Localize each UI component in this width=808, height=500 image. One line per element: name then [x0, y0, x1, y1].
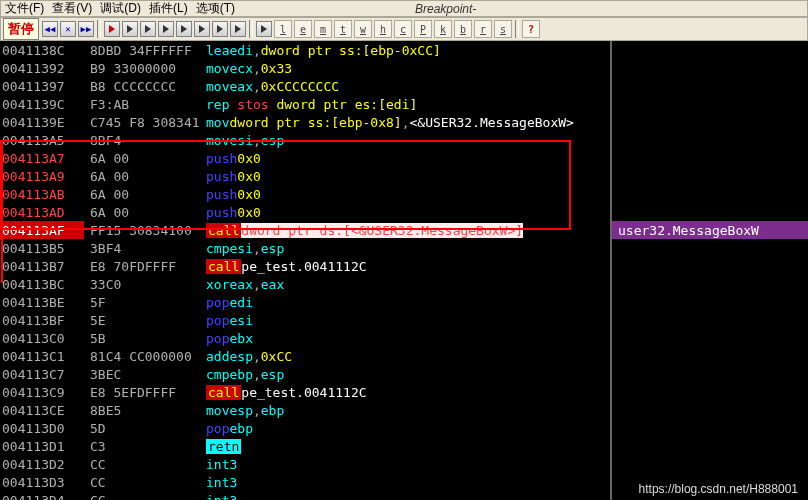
toolbar-button[interactable]	[140, 21, 156, 37]
disasm-cell[interactable]: pop esi	[202, 311, 610, 329]
bytes-cell[interactable]: 6A 00	[84, 203, 202, 221]
disasm-cell[interactable]: push 0x0	[202, 149, 610, 167]
disasm-cell[interactable]: pop ebx	[202, 329, 610, 347]
toolbar-button[interactable]	[230, 21, 246, 37]
bytes-cell[interactable]: B8 CCCCCCCC	[84, 77, 202, 95]
address-cell[interactable]: 004113A9	[0, 167, 84, 185]
disasm-cell[interactable]: call dword ptr ds:[<&USER32.MessageBoxW>…	[202, 221, 610, 239]
comment-cell[interactable]	[612, 203, 808, 221]
disasm-cell[interactable]: cmp esi,esp	[202, 239, 610, 257]
address-cell[interactable]: 004113D0	[0, 419, 84, 437]
address-cell[interactable]: 004113BE	[0, 293, 84, 311]
comment-cell[interactable]	[612, 77, 808, 95]
bytes-cell[interactable]: 3BEC	[84, 365, 202, 383]
disasm-cell[interactable]: push 0x0	[202, 185, 610, 203]
address-cell[interactable]: 004113AB	[0, 185, 84, 203]
comment-cell[interactable]	[612, 239, 808, 257]
view-button-s[interactable]: s	[494, 20, 512, 38]
address-cell[interactable]: 004113D4	[0, 491, 84, 500]
comment-cell[interactable]	[612, 455, 808, 473]
toolbar-button[interactable]: ◀◀	[42, 21, 58, 37]
address-cell[interactable]: 004113AD	[0, 203, 84, 221]
address-cell[interactable]: 004113A5	[0, 131, 84, 149]
bytes-cell[interactable]: 6A 00	[84, 167, 202, 185]
menu-view[interactable]: 查看(V)	[52, 0, 92, 17]
comment-cell[interactable]	[612, 419, 808, 437]
disasm-cell[interactable]: pop edi	[202, 293, 610, 311]
comment-cell[interactable]	[612, 293, 808, 311]
bytes-cell[interactable]: 5D	[84, 419, 202, 437]
toolbar-button[interactable]	[104, 21, 120, 37]
view-button-m[interactable]: m	[314, 20, 332, 38]
bytes-cell[interactable]: FF15 30834100	[84, 221, 202, 239]
address-cell[interactable]: 004113AF	[0, 221, 84, 239]
comment-cell[interactable]	[612, 347, 808, 365]
comment-cell[interactable]	[612, 95, 808, 113]
disasm-cell[interactable]: rep stos dword ptr es:[edi]	[202, 95, 610, 113]
view-button-l[interactable]: l	[274, 20, 292, 38]
toolbar-button[interactable]	[256, 21, 272, 37]
address-cell[interactable]: 0041139E	[0, 113, 84, 131]
disasm-cell[interactable]: int3	[202, 473, 610, 491]
comment-cell[interactable]	[612, 329, 808, 347]
bytes-cell[interactable]: 5F	[84, 293, 202, 311]
address-cell[interactable]: 004113B7	[0, 257, 84, 275]
disasm-cell[interactable]: push 0x0	[202, 203, 610, 221]
bytes-cell[interactable]: B9 33000000	[84, 59, 202, 77]
bytes-cell[interactable]: 8BF4	[84, 131, 202, 149]
toolbar-button[interactable]	[212, 21, 228, 37]
bytes-cell[interactable]: CC	[84, 491, 202, 500]
toolbar-button[interactable]	[158, 21, 174, 37]
menu-file[interactable]: 文件(F)	[5, 0, 44, 17]
view-button-t[interactable]: t	[334, 20, 352, 38]
comment-cell[interactable]	[612, 383, 808, 401]
comment-cell[interactable]	[612, 401, 808, 419]
address-cell[interactable]: 004113CE	[0, 401, 84, 419]
disasm-cell[interactable]: mov esp,ebp	[202, 401, 610, 419]
address-cell[interactable]: 004113D2	[0, 455, 84, 473]
disasm-cell[interactable]: lea edi,dword ptr ss:[ebp-0xCC]	[202, 41, 610, 59]
address-cell[interactable]: 00411397	[0, 77, 84, 95]
comment-cell[interactable]	[612, 167, 808, 185]
address-cell[interactable]: 004113C1	[0, 347, 84, 365]
comment-cell[interactable]	[612, 275, 808, 293]
address-cell[interactable]: 004113C9	[0, 383, 84, 401]
toolbar-button[interactable]	[194, 21, 210, 37]
disasm-cell[interactable]: cmp ebp,esp	[202, 365, 610, 383]
bytes-cell[interactable]: 8BE5	[84, 401, 202, 419]
comment-cell[interactable]	[612, 257, 808, 275]
disasm-cell[interactable]: push 0x0	[202, 167, 610, 185]
disasm-cell[interactable]: retn	[202, 437, 610, 455]
address-cell[interactable]: 004113BF	[0, 311, 84, 329]
bytes-cell[interactable]: 8DBD 34FFFFFF	[84, 41, 202, 59]
disasm-cell[interactable]: mov esi,esp	[202, 131, 610, 149]
bytes-cell[interactable]: CC	[84, 455, 202, 473]
bytes-cell[interactable]: 81C4 CC000000	[84, 347, 202, 365]
view-button-c[interactable]: c	[394, 20, 412, 38]
view-button-e[interactable]: e	[294, 20, 312, 38]
bytes-cell[interactable]: 6A 00	[84, 149, 202, 167]
menu-options[interactable]: 选项(T)	[196, 0, 235, 17]
comment-cell[interactable]	[612, 41, 808, 59]
disasm-cell[interactable]: pop ebp	[202, 419, 610, 437]
bytes-cell[interactable]: 33C0	[84, 275, 202, 293]
comment-cell[interactable]	[612, 59, 808, 77]
bytes-cell[interactable]: C3	[84, 437, 202, 455]
address-cell[interactable]: 004113C0	[0, 329, 84, 347]
view-button-b[interactable]: b	[454, 20, 472, 38]
comment-cell[interactable]	[612, 113, 808, 131]
view-button-P[interactable]: P	[414, 20, 432, 38]
comment-cell[interactable]	[612, 365, 808, 383]
address-cell[interactable]: 0041138C	[0, 41, 84, 59]
disasm-cell[interactable]: mov eax,0xCCCCCCCC	[202, 77, 610, 95]
bytes-cell[interactable]: 6A 00	[84, 185, 202, 203]
disasm-cell[interactable]: call pe_test.0041112C	[202, 383, 610, 401]
menu-plugins[interactable]: 插件(L)	[149, 0, 188, 17]
bytes-cell[interactable]: 3BF4	[84, 239, 202, 257]
disasm-cell[interactable]: xor eax,eax	[202, 275, 610, 293]
disasm-cell[interactable]: call pe_test.0041112C	[202, 257, 610, 275]
address-cell[interactable]: 00411392	[0, 59, 84, 77]
disasm-cell[interactable]: int3	[202, 455, 610, 473]
address-cell[interactable]: 004113D3	[0, 473, 84, 491]
bytes-cell[interactable]: 5B	[84, 329, 202, 347]
